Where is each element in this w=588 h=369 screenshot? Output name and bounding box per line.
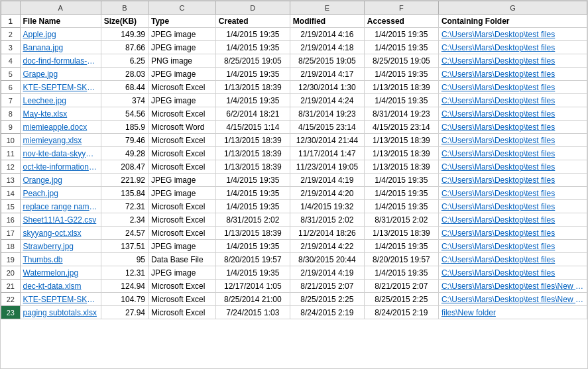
cell-modified: 8/25/2015 2:25: [290, 293, 364, 306]
cell-folder[interactable]: C:\Users\Mars\Desktop\test files: [438, 213, 587, 227]
cell-size: 2.34: [101, 213, 148, 227]
cell-accessed: 1/13/2015 18:39: [364, 134, 438, 147]
cell-folder[interactable]: C:\Users\Mars\Desktop\test files\New fol…: [438, 293, 587, 306]
cell-accessed: 1/13/2015 18:39: [364, 81, 438, 94]
cell-folder[interactable]: C:\Users\Mars\Desktop\test files: [438, 121, 587, 134]
cell-type: Microsoft Excel: [148, 134, 216, 147]
cell-filename[interactable]: May-kte.xlsx: [20, 107, 101, 121]
cell-filename[interactable]: dec-kt-data.xlsm: [20, 280, 101, 293]
column-headers: A B C D E F G: [1, 1, 587, 15]
cell-filename[interactable]: paging subtotals.xlsx: [20, 306, 101, 319]
cell-size: 374: [101, 94, 148, 107]
cell-created: 1/13/2015 18:39: [215, 81, 290, 94]
cell-type: Microsoft Excel: [148, 160, 216, 174]
cell-filename[interactable]: miemieyang.xlsx: [20, 134, 101, 147]
cell-folder[interactable]: C:\Users\Mars\Desktop\test files: [438, 94, 587, 107]
cell-filename[interactable]: Apple.jpg: [20, 28, 101, 41]
cell-folder[interactable]: C:\Users\Mars\Desktop\test files: [438, 174, 587, 187]
cell-size: 149.39: [101, 28, 148, 41]
table-row: 22KTE-SEPTEM-SKYYANG.xlsx104.79Microsoft…: [1, 293, 587, 306]
cell-size: 12.31: [101, 266, 148, 280]
cell-filename[interactable]: Banana.jpg: [20, 41, 101, 54]
cell-filename: File Name: [20, 15, 101, 28]
cell-filename[interactable]: Strawberry.jpg: [20, 240, 101, 253]
cell-filename[interactable]: Sheet11!A1-G22.csv: [20, 213, 101, 227]
cell-accessed: 8/21/2015 2:07: [364, 280, 438, 293]
cell-folder[interactable]: C:\Users\Mars\Desktop\test files: [438, 240, 587, 253]
cell-folder[interactable]: C:\Users\Mars\Desktop\test files: [438, 227, 587, 240]
col-header-b[interactable]: B: [101, 1, 148, 15]
cell-folder[interactable]: C:\Users\Mars\Desktop\test files: [438, 28, 587, 41]
cell-size: 87.66: [101, 41, 148, 54]
cell-filename[interactable]: Orange.jpg: [20, 174, 101, 187]
cell-filename[interactable]: Watermelon.jpg: [20, 266, 101, 280]
spreadsheet: A B C D E F G 1File NameSize(KB)TypeCrea…: [0, 0, 588, 369]
cell-size: 6.25: [101, 54, 148, 68]
col-header-g[interactable]: G: [438, 1, 587, 15]
row-number: 11: [1, 147, 21, 160]
cell-accessed: 8/20/2015 19:57: [364, 253, 438, 266]
cell-accessed: 1/4/2015 19:35: [364, 41, 438, 54]
cell-filename[interactable]: doc-find-formulas-1.png: [20, 54, 101, 68]
cell-folder[interactable]: C:\Users\Mars\Desktop\test files: [438, 134, 587, 147]
col-header-e[interactable]: E: [290, 1, 364, 15]
cell-size: 137.51: [101, 240, 148, 253]
col-header-f[interactable]: F: [364, 1, 438, 15]
cell-filename[interactable]: miemieapple.docx: [20, 121, 101, 134]
corner-cell: [1, 1, 21, 15]
cell-folder[interactable]: C:\Users\Mars\Desktop\test files: [438, 41, 587, 54]
cell-modified: 8/24/2015 2:19: [290, 306, 364, 319]
cell-modified: 2/19/2014 4:18: [290, 41, 364, 54]
cell-filename[interactable]: Leechee.jpg: [20, 94, 101, 107]
cell-created: Created: [215, 15, 290, 28]
table-row: 18Strawberry.jpg137.51JPEG image1/4/2015…: [1, 240, 587, 253]
cell-size: 72.31: [101, 200, 148, 213]
cell-filename[interactable]: KTE-SEPTEM-SKYYANG.xlsx: [20, 81, 101, 94]
table-row: 16Sheet11!A1-G22.csv2.34Microsoft Excel8…: [1, 213, 587, 227]
cell-modified: 2/19/2014 4:19: [290, 266, 364, 280]
col-header-c[interactable]: C: [148, 1, 216, 15]
cell-modified: 12/30/2014 1:30: [290, 81, 364, 94]
cell-filename[interactable]: replace range name.xlsx: [20, 200, 101, 213]
table-row: 11nov-kte-data-skyyang.xlsx49.28Microsof…: [1, 147, 587, 160]
cell-created: 1/4/2015 19:35: [215, 41, 290, 54]
cell-filename[interactable]: Peach.jpg: [20, 187, 101, 200]
row-number: 12: [1, 160, 21, 174]
cell-folder[interactable]: C:\Users\Mars\Desktop\test files\New fol…: [438, 280, 587, 293]
cell-accessed: 4/15/2015 23:14: [364, 121, 438, 134]
cell-accessed: 8/25/2015 19:05: [364, 54, 438, 68]
cell-filename[interactable]: skyyang-oct.xlsx: [20, 227, 101, 240]
cell-filename[interactable]: Thumbs.db: [20, 253, 101, 266]
cell-modified: 4/15/2015 23:14: [290, 121, 364, 134]
cell-size: 135.84: [101, 187, 148, 200]
cell-folder[interactable]: C:\Users\Mars\Desktop\test files: [438, 68, 587, 81]
cell-filename[interactable]: Grape.jpg: [20, 68, 101, 81]
cell-type: Microsoft Excel: [148, 107, 216, 121]
col-header-d[interactable]: D: [215, 1, 290, 15]
cell-modified: 2/19/2014 4:24: [290, 94, 364, 107]
row-number: 18: [1, 240, 21, 253]
cell-filename[interactable]: oct-kte-information-skyya: [20, 160, 101, 174]
cell-type: JPEG image: [148, 41, 216, 54]
cell-folder[interactable]: C:\Users\Mars\Desktop\test files: [438, 54, 587, 68]
row-number: 21: [1, 280, 21, 293]
cell-created: 1/13/2015 18:39: [215, 160, 290, 174]
row-number: 19: [1, 253, 21, 266]
cell-folder[interactable]: C:\Users\Mars\Desktop\test files: [438, 266, 587, 280]
cell-folder[interactable]: C:\Users\Mars\Desktop\test files: [438, 81, 587, 94]
col-header-a[interactable]: A: [20, 1, 101, 15]
cell-size: 104.79: [101, 293, 148, 306]
cell-folder[interactable]: C:\Users\Mars\Desktop\test files: [438, 160, 587, 174]
cell-accessed: 1/4/2015 19:35: [364, 240, 438, 253]
cell-size: 95: [101, 253, 148, 266]
cell-folder[interactable]: files\New folder: [438, 306, 587, 319]
cell-size: Size(KB): [101, 15, 148, 28]
cell-folder[interactable]: C:\Users\Mars\Desktop\test files: [438, 200, 587, 213]
cell-folder[interactable]: C:\Users\Mars\Desktop\test files: [438, 107, 587, 121]
cell-filename[interactable]: nov-kte-data-skyyang.xlsx: [20, 147, 101, 160]
cell-filename[interactable]: KTE-SEPTEM-SKYYANG.xlsx: [20, 293, 101, 306]
cell-folder[interactable]: C:\Users\Mars\Desktop\test files: [438, 187, 587, 200]
cell-created: 1/4/2015 19:35: [215, 94, 290, 107]
cell-folder[interactable]: C:\Users\Mars\Desktop\test files: [438, 147, 587, 160]
cell-folder[interactable]: C:\Users\Mars\Desktop\test files: [438, 253, 587, 266]
